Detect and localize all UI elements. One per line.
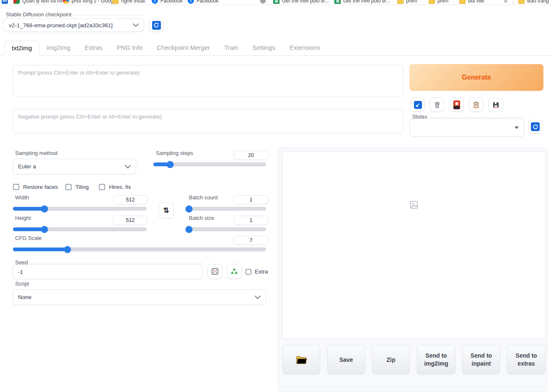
- floppy-disk-icon: [492, 101, 500, 109]
- trash-icon: [433, 101, 441, 109]
- facebook-icon: f: [152, 0, 158, 4]
- result-gallery: [282, 151, 546, 339]
- send-to-extras-button[interactable]: Send to extras: [507, 345, 546, 374]
- tab-extensions[interactable]: Extensions: [282, 41, 327, 56]
- reuse-seed-button[interactable]: [227, 264, 242, 279]
- clear-prompt-button[interactable]: [430, 98, 444, 112]
- extra-networks-button[interactable]: [450, 98, 464, 112]
- extra-seed-checkbox[interactable]: [246, 269, 251, 275]
- slider-thumb[interactable]: [64, 246, 71, 253]
- folder-icon: [459, 0, 466, 4]
- bookmark-item[interactable]: fFacebook: [188, 0, 219, 5]
- checkpoint-value: v2-1_768-ema-pruned.ckpt [ad2a33c361]: [9, 22, 113, 28]
- restore-faces-checkbox[interactable]: [13, 184, 19, 190]
- folder-icon: [429, 0, 435, 4]
- tiling-checkbox[interactable]: [65, 184, 72, 190]
- sampling-steps-slider[interactable]: [153, 162, 266, 166]
- send-to-img2img-button[interactable]: Send to img2img: [417, 345, 455, 374]
- bookmark-item[interactable]: fFacebook: [152, 0, 183, 5]
- swap-dimensions-button[interactable]: ⇅: [158, 203, 174, 218]
- checkpoint-label: Stable Diffusion checkpoint: [6, 11, 72, 18]
- bookmark-item[interactable]: phim: [397, 0, 417, 5]
- tab-extras[interactable]: Extras: [78, 41, 110, 56]
- swap-arrows-icon: ⇅: [163, 206, 169, 215]
- prompt-input[interactable]: [13, 65, 404, 97]
- cfg-scale-label: CFG Scale: [15, 235, 42, 241]
- doc-icon: [13, 0, 20, 4]
- batch-count-slider[interactable]: [186, 207, 266, 211]
- paste-params-button[interactable]: ↙: [411, 98, 425, 112]
- bookmark-item[interactable]: Bo: [2, 0, 8, 5]
- apply-styles-button[interactable]: [469, 98, 483, 112]
- sampling-steps-input[interactable]: [233, 151, 269, 160]
- seed-input[interactable]: [13, 264, 203, 279]
- bookmarks-divider: [513, 0, 513, 5]
- bookmark-item[interactable]: ▦Get the free polo tir...: [334, 0, 390, 5]
- folder-icon: [397, 0, 404, 4]
- bookmark-item[interactable]: [260, 0, 266, 5]
- sheet-icon: ▦: [334, 0, 341, 4]
- bookmark-item[interactable]: nghe thuat: [112, 0, 145, 5]
- hires-fix-checkbox[interactable]: [99, 184, 105, 190]
- batch-size-input[interactable]: [233, 216, 269, 225]
- bookmark-item[interactable]: phút lòng 2 - Googl...: [63, 0, 119, 5]
- width-input[interactable]: [113, 195, 148, 204]
- batch-count-input[interactable]: [233, 195, 269, 204]
- refresh-styles-button[interactable]: [528, 120, 542, 134]
- refresh-checkpoints-button[interactable]: [149, 18, 163, 32]
- height-input[interactable]: [113, 216, 148, 225]
- height-slider[interactable]: [13, 227, 147, 231]
- negative-prompt-input[interactable]: [13, 109, 404, 133]
- sampling-method-value: Euler a: [18, 163, 36, 170]
- cfg-scale-slider[interactable]: [13, 248, 266, 251]
- slider-thumb[interactable]: [41, 226, 48, 233]
- send-to-inpaint-button[interactable]: Send to inpaint: [462, 345, 500, 374]
- clipboard-icon: [472, 101, 480, 109]
- sampling-method-select[interactable]: Euler a: [13, 159, 136, 174]
- open-output-folder-button[interactable]: [282, 345, 320, 374]
- site-favicon-icon: Bo: [2, 0, 8, 4]
- bookmarks-overflow-chevron[interactable]: »: [504, 0, 507, 5]
- script-select[interactable]: None: [13, 289, 266, 305]
- slider-thumb[interactable]: [41, 205, 48, 212]
- sampling-steps-label: Sampling steps: [156, 150, 193, 156]
- slider-thumb[interactable]: [185, 205, 192, 212]
- tab-img2img[interactable]: img2img: [39, 41, 78, 56]
- bookmark-item[interactable]: Bao trang: [518, 0, 549, 5]
- restore-faces-option[interactable]: Restore faces: [13, 184, 58, 190]
- width-slider[interactable]: [13, 207, 147, 211]
- cfg-scale-input[interactable]: [233, 236, 269, 245]
- tab-train[interactable]: Train: [217, 41, 246, 56]
- bookmark-item[interactable]: phim: [429, 0, 448, 5]
- facebook-icon: f: [188, 0, 194, 4]
- tiling-option[interactable]: Tiling: [65, 184, 89, 190]
- random-seed-button[interactable]: [207, 264, 222, 279]
- extra-seed-option[interactable]: Extra: [246, 268, 268, 275]
- zip-button[interactable]: Zip: [372, 345, 410, 374]
- styles-select[interactable]: [409, 119, 524, 137]
- main-tabbar: txt2img img2img Extras PNG Info Checkpoi…: [0, 41, 551, 56]
- flower-card-icon: [453, 101, 460, 109]
- save-button[interactable]: Save: [327, 345, 365, 374]
- dropdown-arrow-icon: [515, 126, 519, 129]
- generate-button[interactable]: Generate: [409, 64, 543, 91]
- tab-txt2img[interactable]: txt2img: [4, 41, 39, 56]
- refresh-icon: [531, 122, 540, 131]
- bookmark-item[interactable]: ▦Get the free polo tir...: [273, 0, 329, 5]
- bookmark-item[interactable]: but viet: [459, 0, 484, 5]
- open-folder-icon: [296, 355, 307, 365]
- save-style-button[interactable]: [489, 98, 503, 112]
- batch-size-slider[interactable]: [186, 227, 266, 231]
- tab-png-info[interactable]: PNG Info: [110, 41, 150, 56]
- dice-icon: [211, 267, 219, 276]
- slider-thumb[interactable]: [185, 226, 192, 233]
- sampling-method-label: Sampling method: [15, 150, 57, 156]
- tab-checkpoint-merger[interactable]: Checkpoint Merger: [150, 41, 217, 56]
- hires-fix-option[interactable]: Hires. fix: [99, 184, 131, 190]
- folder-icon: [518, 0, 525, 4]
- recycle-icon: [230, 267, 238, 276]
- slider-thumb[interactable]: [166, 161, 173, 168]
- sheet-icon: ▦: [273, 0, 279, 4]
- checkpoint-select[interactable]: v2-1_768-ema-pruned.ckpt [ad2a33c361]: [3, 18, 144, 32]
- tab-settings[interactable]: Settings: [246, 41, 282, 56]
